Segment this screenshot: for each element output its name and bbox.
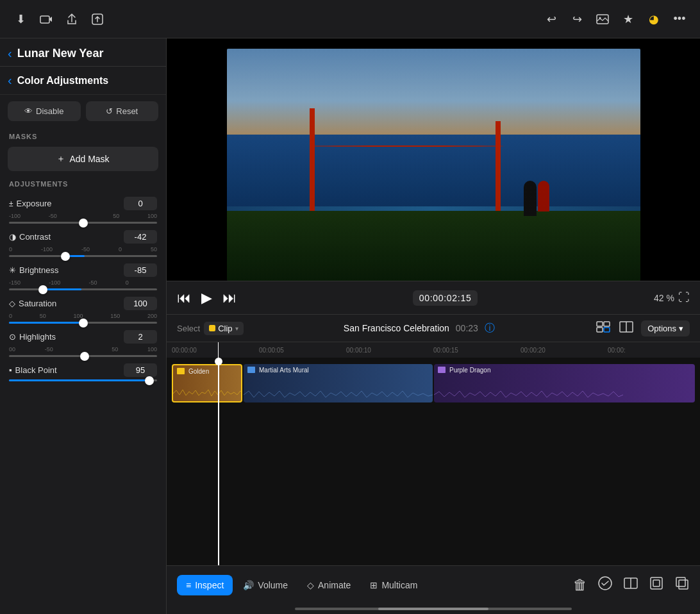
black-point-value[interactable] xyxy=(124,363,157,377)
scene-overlay xyxy=(227,49,640,281)
contrast-value[interactable] xyxy=(124,230,157,244)
color-adjustments-title: Color Adjustments xyxy=(17,75,109,87)
split-icon-button[interactable] xyxy=(618,320,635,337)
disable-label: Disable xyxy=(36,106,63,116)
tab-animate[interactable]: ◇ Animate xyxy=(298,575,360,595)
zoom-control: 42 % ⛶ xyxy=(654,291,690,304)
svg-rect-8 xyxy=(604,328,610,332)
scroll-thumb[interactable] xyxy=(378,608,489,610)
back-button[interactable]: ‹ xyxy=(8,46,12,61)
golden-waveform xyxy=(173,387,242,400)
timeline-clips[interactable]: Golden Martial Arts Mural xyxy=(167,358,700,565)
exposure-slider[interactable] xyxy=(9,222,157,224)
ruler-mark-3: 00:00:15 xyxy=(433,347,521,354)
saturation-label: ◇ Saturation xyxy=(9,299,56,308)
skip-forward-button[interactable]: ⏭ xyxy=(222,290,237,306)
black-point-slider[interactable] xyxy=(9,379,157,381)
color-adj-back-button[interactable]: ‹ xyxy=(8,73,12,88)
animate-label: Animate xyxy=(318,580,351,590)
info-icon[interactable]: ⓘ xyxy=(485,322,495,335)
approve-button[interactable] xyxy=(597,576,613,595)
exposure-value[interactable] xyxy=(124,197,157,210)
photos-icon[interactable] xyxy=(592,9,613,29)
saturation-thumb[interactable] xyxy=(79,319,88,328)
add-mask-button[interactable]: ＋ Add Mask xyxy=(8,147,158,171)
color-icon[interactable]: ◕ xyxy=(644,9,664,29)
transform-button[interactable] xyxy=(649,576,664,595)
tab-multicam[interactable]: ⊞ Multicam xyxy=(361,575,426,595)
fullscreen-button[interactable]: ⛶ xyxy=(678,291,690,304)
multicam-icon-button[interactable] xyxy=(595,320,612,337)
disable-button[interactable]: 👁 Disable xyxy=(8,101,81,121)
highlights-thumb[interactable] xyxy=(80,352,89,361)
left-panel: ‹ Lunar New Year ‹ Color Adjustments 👁 D… xyxy=(0,38,167,614)
toolbar-right: ↩ ↪ ★ ◕ ••• xyxy=(541,9,690,29)
timecode-display: 00:00:02:15 xyxy=(413,290,478,306)
brightness-value[interactable] xyxy=(124,263,157,277)
multicam-label: Multicam xyxy=(381,580,417,590)
skip-back-button[interactable]: ⏮ xyxy=(177,290,191,306)
exposure-thumb[interactable] xyxy=(79,219,88,228)
split-button[interactable] xyxy=(623,576,638,595)
brightness-label: ✳ Brightness xyxy=(9,265,58,275)
delete-button[interactable]: 🗑 xyxy=(573,576,587,595)
svg-rect-17 xyxy=(679,580,688,589)
black-point-item: ▪ Black Point xyxy=(0,360,166,384)
favorites-icon[interactable]: ★ xyxy=(618,9,638,29)
more-icon[interactable]: ••• xyxy=(669,9,690,29)
clip-martial[interactable]: Martial Arts Mural xyxy=(244,364,433,402)
golden-clip-icon xyxy=(177,368,185,374)
highlights-value[interactable] xyxy=(124,330,157,344)
disable-icon: 👁 xyxy=(24,106,33,116)
ruler-mark-4: 00:00:20 xyxy=(521,347,608,354)
ruler-mark-2: 00:00:10 xyxy=(346,347,433,354)
export-icon[interactable] xyxy=(87,9,108,29)
playhead-handle[interactable] xyxy=(215,358,222,365)
color-adjustments-header: ‹ Color Adjustments xyxy=(0,67,166,95)
brightness-slider[interactable] xyxy=(9,288,157,290)
svg-rect-16 xyxy=(676,577,685,586)
saturation-value[interactable] xyxy=(124,297,157,310)
clip-badge[interactable]: Clip ▾ xyxy=(204,322,243,335)
svg-rect-7 xyxy=(597,328,603,332)
options-label: Options xyxy=(647,324,676,333)
timeline-clip-info: San Francisco Celebration 00:23 ⓘ xyxy=(344,322,495,335)
saturation-slider[interactable] xyxy=(9,322,157,324)
clip-golden[interactable]: Golden xyxy=(172,364,242,402)
brightness-fill xyxy=(43,288,81,290)
masks-label: MASKS xyxy=(0,128,166,143)
options-button[interactable]: Options ▾ xyxy=(641,320,690,336)
crop-button[interactable] xyxy=(674,576,690,595)
reset-button[interactable]: ↺ Reset xyxy=(86,101,159,121)
reset-icon: ↺ xyxy=(106,106,113,116)
camera-icon[interactable] xyxy=(36,9,56,29)
exposure-icon: ± xyxy=(9,199,13,208)
tab-inspect[interactable]: ≡ Inspect xyxy=(177,575,233,595)
black-point-fill xyxy=(9,379,149,381)
add-mask-label: Add Mask xyxy=(69,154,109,164)
ruler-mark-5: 00:00: xyxy=(608,347,695,354)
tab-volume[interactable]: 🔊 Volume xyxy=(234,575,297,595)
bottom-toolbar: ≡ Inspect 🔊 Volume ◇ Animate ⊞ Multicam … xyxy=(167,565,700,604)
undo-icon[interactable]: ↩ xyxy=(541,9,562,29)
redo-icon[interactable]: ↪ xyxy=(567,9,587,29)
video-frame xyxy=(227,49,640,281)
play-button[interactable]: ▶ xyxy=(201,290,212,306)
share-up-icon[interactable] xyxy=(62,9,82,29)
contrast-slider[interactable] xyxy=(9,255,157,257)
clip-duration: 00:23 xyxy=(456,323,478,333)
black-point-thumb[interactable] xyxy=(145,376,154,385)
clip-chevron-icon: ▾ xyxy=(235,325,238,332)
import-icon[interactable]: ⬇︎ xyxy=(10,9,31,29)
zoom-value: 42 % xyxy=(654,293,674,303)
martial-waveform xyxy=(244,388,433,401)
purple-waveform xyxy=(434,388,626,401)
highlights-label: ⊙ Highlights xyxy=(9,332,56,342)
highlights-item: ⊙ Highlights 00-5050100 xyxy=(0,326,166,360)
clip-purple[interactable]: Purple Dragon xyxy=(434,364,695,402)
scroll-bar[interactable] xyxy=(295,608,572,610)
select-label: Select xyxy=(177,324,200,333)
adjustments-label: ADJUSTMENTS xyxy=(0,175,166,190)
highlights-slider[interactable] xyxy=(9,355,157,357)
contrast-thumb[interactable] xyxy=(61,252,70,261)
